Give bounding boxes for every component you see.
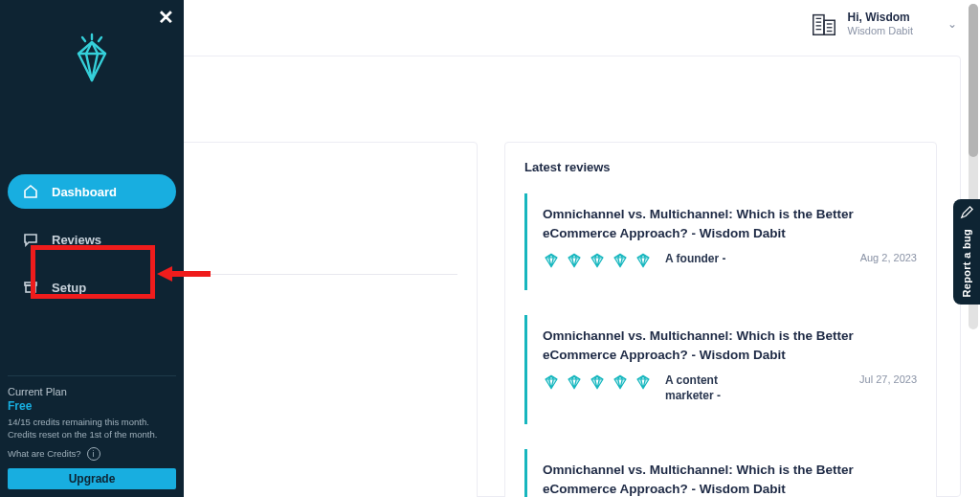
rating-diamonds — [543, 252, 652, 269]
pencil-icon — [960, 206, 973, 223]
review-date: Aug 2, 2023 — [860, 252, 917, 263]
diamond-icon — [635, 373, 652, 391]
svg-line-10 — [82, 37, 85, 41]
diamond-icon — [612, 373, 629, 391]
sidebar-item-label: Reviews — [52, 233, 101, 247]
reviewer-role: A content marketer - — [665, 373, 751, 403]
diamond-icon — [543, 373, 560, 391]
user-account-menu[interactable]: Hi, Wisdom Wisdom Dabit ⌄ — [810, 10, 957, 38]
review-item[interactable]: Omnichannel vs. Multichannel: Which is t… — [524, 193, 917, 290]
review-title: Omnichannel vs. Multichannel: Which is t… — [543, 327, 917, 364]
home-icon — [23, 184, 38, 199]
what-are-credits-link[interactable]: What are Credits? — [8, 448, 81, 461]
upgrade-button[interactable]: Upgrade — [8, 468, 176, 489]
chat-icon — [23, 232, 38, 247]
review-title: Omnichannel vs. Multichannel: Which is t… — [543, 205, 917, 242]
plan-label: Current Plan — [8, 386, 176, 397]
reviewer-role: A founder - — [665, 252, 726, 267]
plan-name: Free — [8, 399, 176, 413]
diamond-icon — [566, 252, 583, 269]
sidebar-item-label: Setup — [52, 281, 86, 295]
report-bug-label: Report a bug — [961, 229, 972, 297]
diamond-icon — [543, 252, 560, 269]
plan-reset-line: Credits reset on the 1st of the month. — [8, 429, 176, 441]
latest-reviews-panel: Latest reviews Omnichannel vs. Multichan… — [504, 142, 937, 497]
sidebar-item-reviews[interactable]: Reviews — [8, 222, 176, 257]
svg-line-11 — [99, 37, 101, 41]
sidebar-item-label: Dashboard — [52, 185, 117, 199]
diamond-icon — [635, 252, 652, 269]
sidebar-item-setup[interactable]: Setup — [8, 270, 176, 305]
diamond-icon — [566, 373, 583, 391]
chevron-down-icon: ⌄ — [947, 17, 957, 31]
review-title: Omnichannel vs. Multichannel: Which is t… — [543, 461, 917, 497]
rating-diamonds — [543, 373, 652, 391]
archive-icon — [23, 280, 38, 295]
sidebar-item-dashboard[interactable]: Dashboard — [8, 174, 176, 209]
plan-info: Current Plan Free 14/15 credits remainin… — [8, 375, 176, 489]
user-greeting: Hi, Wisdom — [848, 11, 913, 25]
user-workspace: Wisdom Dabit — [848, 25, 913, 38]
svg-rect-13 — [26, 285, 35, 292]
review-item[interactable]: Omnichannel vs. Multichannel: Which is t… — [524, 449, 917, 497]
diamond-icon — [589, 373, 606, 391]
app-logo — [8, 33, 176, 86]
review-date: Jul 27, 2023 — [859, 373, 917, 385]
diamond-icon — [612, 252, 629, 269]
report-bug-tab[interactable]: Report a bug — [953, 199, 980, 305]
plan-credits-line: 14/15 credits remaining this month. — [8, 417, 176, 429]
close-icon[interactable]: ✕ — [158, 6, 174, 29]
latest-reviews-heading: Latest reviews — [524, 160, 917, 174]
scrollbar-thumb[interactable] — [969, 4, 978, 157]
info-icon[interactable]: i — [87, 447, 100, 461]
diamond-icon — [589, 252, 606, 269]
building-icon — [810, 10, 838, 38]
sidebar: ✕ Dashboard — [0, 0, 184, 497]
review-item[interactable]: Omnichannel vs. Multichannel: Which is t… — [524, 315, 917, 424]
